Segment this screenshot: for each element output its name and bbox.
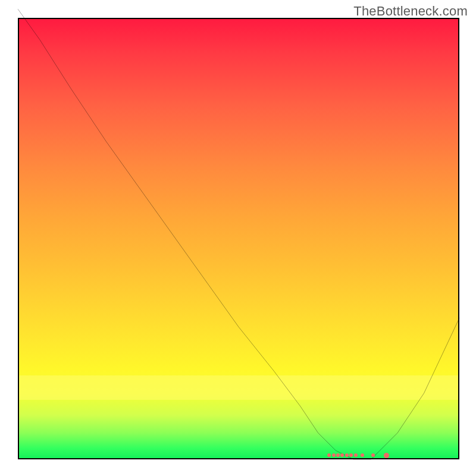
optimal-marker-dot (345, 453, 349, 457)
watermark-text: TheBottleneck.com (353, 4, 468, 19)
optimal-marker-dot (332, 453, 336, 457)
optimal-marker-group (18, 18, 459, 459)
optimal-marker-dot (384, 453, 389, 458)
optimal-marker-dot (371, 453, 375, 457)
optimal-marker-dot (349, 453, 353, 457)
optimal-marker-dot (361, 453, 364, 457)
optimal-marker-dot (327, 453, 331, 457)
optimal-marker-dot (340, 453, 344, 457)
optimal-marker-dot (336, 453, 340, 457)
chart-plot-area (18, 18, 459, 459)
optimal-marker-dot (354, 453, 358, 457)
